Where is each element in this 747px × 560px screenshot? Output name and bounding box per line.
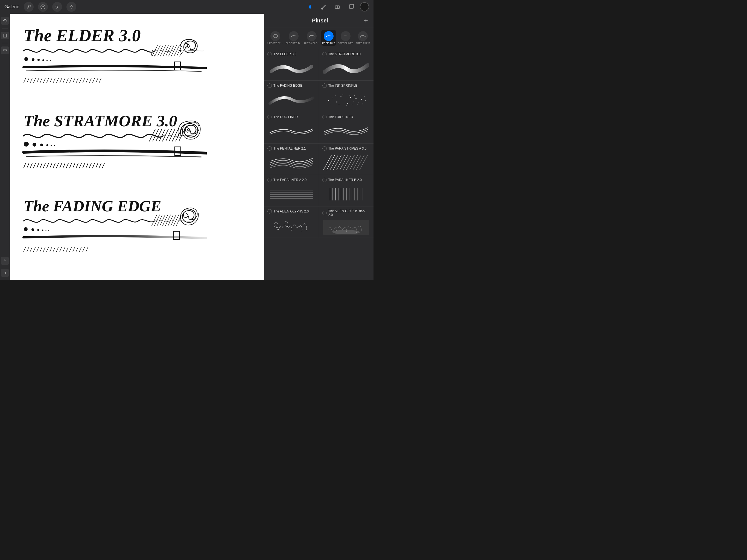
svg-point-55 bbox=[357, 104, 358, 104]
brush-item-pentaliner21-header: The PENTALINER 2.1 bbox=[267, 146, 315, 151]
brush-item-inksprinkle-header: The INK SPRINKLE bbox=[323, 83, 370, 88]
tab-ultrablo-label: ULTRA BLO... bbox=[304, 42, 319, 45]
svg-point-42 bbox=[353, 101, 354, 101]
brush-item-inksprinkle[interactable]: The INK SPRINKLE bbox=[319, 81, 374, 112]
brush-name-duoliner: The DUO LINER bbox=[274, 115, 298, 119]
brush-check-fadingedge bbox=[267, 83, 272, 88]
tab-ultrablo[interactable]: ULTRA BLO... bbox=[304, 30, 320, 46]
tab-update02[interactable]: UPDATE 02-... bbox=[267, 30, 284, 46]
brush-item-fadingedge[interactable]: The FADING EDGE bbox=[264, 81, 319, 112]
color-picker[interactable] bbox=[360, 2, 369, 11]
tab-speedliner[interactable]: SPEEDLINER bbox=[337, 30, 354, 46]
brush-item-alienglyphs-header: The ALIEN GLYPHS 2.0 bbox=[267, 209, 315, 213]
brush-preview-inksprinkle bbox=[323, 90, 370, 110]
transform-button[interactable] bbox=[67, 2, 76, 12]
brush-category-tabs: UPDATE 02-... BLOCKER D... ULTRA BLO... … bbox=[264, 28, 374, 48]
brush-item-paralinerA-header: The PARALINER A 2.0 bbox=[267, 178, 315, 182]
brush-name-paralinerB: The PARALINER B 2.0 bbox=[328, 178, 362, 182]
brush-item-parastripes[interactable]: The PARA STRIPES A 3.0 bbox=[319, 144, 374, 175]
panel-add-button[interactable]: + bbox=[364, 17, 368, 25]
svg-point-16 bbox=[50, 60, 51, 61]
svg-point-49 bbox=[339, 104, 339, 105]
brush-name-fadingedge: The FADING EDGE bbox=[274, 84, 302, 87]
brush-tool-button[interactable] bbox=[319, 2, 329, 12]
svg-point-22 bbox=[40, 144, 43, 146]
brush-preview-pentaliner21 bbox=[267, 152, 315, 173]
elder-drawing: The ELDER 3.0 bbox=[21, 22, 207, 101]
brush-preview-parastripes bbox=[323, 152, 370, 173]
pen-tool-button[interactable] bbox=[305, 2, 315, 12]
brush-item-alienglyphs[interactable]: The ALIEN GLYPHS 2.0 bbox=[264, 206, 319, 238]
svg-point-53 bbox=[352, 104, 352, 105]
brush-name-elder30: The ELDER 3.0 bbox=[274, 52, 297, 56]
svg-point-43 bbox=[356, 98, 357, 99]
tab-freeinks[interactable]: FREE INKS bbox=[321, 30, 336, 46]
tab-blockerd[interactable]: BLOCKER D... bbox=[285, 30, 302, 46]
sidebar-forward[interactable] bbox=[1, 269, 9, 277]
brush-list[interactable]: The ELDER 3.0 The STRATMORE 3.0 bbox=[264, 48, 374, 280]
stratmore-demo: The STRATMORE 3.0 bbox=[21, 104, 253, 189]
brush-item-paralinerB[interactable]: The PARALINER B 2.0 bbox=[319, 175, 374, 206]
wrench-button[interactable] bbox=[24, 2, 34, 12]
svg-point-12 bbox=[32, 58, 34, 61]
brush-name-trioliner: The TRIO LINER bbox=[328, 115, 353, 119]
brush-preview-trioliner bbox=[323, 121, 370, 142]
brush-item-elder30[interactable]: The ELDER 3.0 bbox=[264, 49, 319, 81]
sidebar-redo[interactable] bbox=[1, 257, 9, 265]
brush-check-inksprinkle bbox=[323, 83, 327, 88]
tab-speedliner-label: SPEEDLINER bbox=[338, 42, 354, 45]
brush-item-parastripes-header: The PARA STRIPES A 3.0 bbox=[323, 146, 370, 151]
brush-item-stratmore30[interactable]: The STRATMORE 3.0 bbox=[319, 49, 374, 81]
svg-point-32 bbox=[46, 230, 47, 231]
brush-check-stratmore30 bbox=[323, 52, 327, 56]
sidebar-undo[interactable] bbox=[1, 17, 9, 25]
svg-point-13 bbox=[37, 59, 40, 61]
layers-button[interactable] bbox=[346, 2, 356, 12]
brush-item-trioliner[interactable]: The TRIO LINER bbox=[319, 112, 374, 144]
svg-point-14 bbox=[42, 59, 44, 61]
stratmore-drawing: The STRATMORE 3.0 bbox=[21, 107, 207, 186]
sidebar-rect[interactable] bbox=[1, 32, 9, 40]
brush-row-2: The FADING EDGE The INK SPRINKLE bbox=[264, 81, 374, 112]
svg-point-24 bbox=[51, 145, 52, 146]
brush-name-stratmore30: The STRATMORE 3.0 bbox=[328, 52, 361, 56]
tab-update02-label: UPDATE 02-... bbox=[267, 42, 284, 45]
selection-button[interactable]: S bbox=[52, 2, 62, 12]
sidebar-action2[interactable] bbox=[1, 47, 9, 54]
eraser-tool-button[interactable] bbox=[333, 2, 342, 12]
brush-check-parastripes bbox=[323, 146, 327, 151]
brush-name-alienglyphs: The ALIEN GLYPHS 2.0 bbox=[274, 209, 309, 213]
brush-check-elder30 bbox=[267, 52, 272, 56]
svg-point-51 bbox=[346, 105, 347, 106]
brush-item-alienglyphsdark-header: The ALIEN GLYPHS dark 2.0 bbox=[323, 209, 370, 217]
brush-item-pentaliner21[interactable]: The PENTALINER 2.1 bbox=[264, 144, 319, 175]
tab-freepaint[interactable]: FREE PAINT bbox=[355, 30, 371, 46]
svg-point-36 bbox=[333, 98, 333, 98]
svg-point-28 bbox=[24, 227, 28, 231]
brush-row-4: The PENTALINER 2.1 The PARA STRIPES A 3.… bbox=[264, 144, 374, 175]
svg-point-30 bbox=[37, 229, 40, 231]
brush-preview-duoliner bbox=[267, 121, 315, 142]
svg-rect-8 bbox=[3, 34, 6, 37]
svg-point-35 bbox=[328, 100, 329, 101]
brush-preview-alienglyphs bbox=[267, 215, 315, 236]
brush-item-alienglyphsdark[interactable]: The ALIEN GLYPHS dark 2.0 bbox=[319, 206, 374, 238]
brush-item-duoliner-header: The DUO LINER bbox=[267, 115, 315, 119]
gallery-button[interactable]: Galerie bbox=[4, 4, 19, 9]
svg-text:The FADING EDGE: The FADING EDGE bbox=[24, 197, 161, 215]
brush-preview-stratmore30 bbox=[323, 58, 370, 79]
brush-check-trioliner bbox=[323, 115, 327, 119]
tab-freepaint-label: FREE PAINT bbox=[356, 42, 370, 45]
panel-header: Pinsel + bbox=[264, 14, 374, 28]
svg-point-33 bbox=[48, 230, 49, 231]
brush-item-duoliner[interactable]: The DUO LINER bbox=[264, 112, 319, 144]
brush-row-6: The ALIEN GLYPHS 2.0 bbox=[264, 206, 374, 238]
svg-point-40 bbox=[347, 103, 349, 104]
canvas-area[interactable]: The ELDER 3.0 bbox=[0, 14, 264, 280]
brush-name-pentaliner21: The PENTALINER 2.1 bbox=[274, 147, 306, 150]
brush-item-paralinerA[interactable]: The PARALINER A 2.0 bbox=[264, 175, 319, 206]
fading-drawing: The FADING EDGE bbox=[21, 192, 207, 272]
adjustments-button[interactable] bbox=[38, 2, 48, 12]
brush-preview-paralinerA bbox=[267, 184, 315, 205]
svg-rect-18 bbox=[175, 62, 180, 70]
